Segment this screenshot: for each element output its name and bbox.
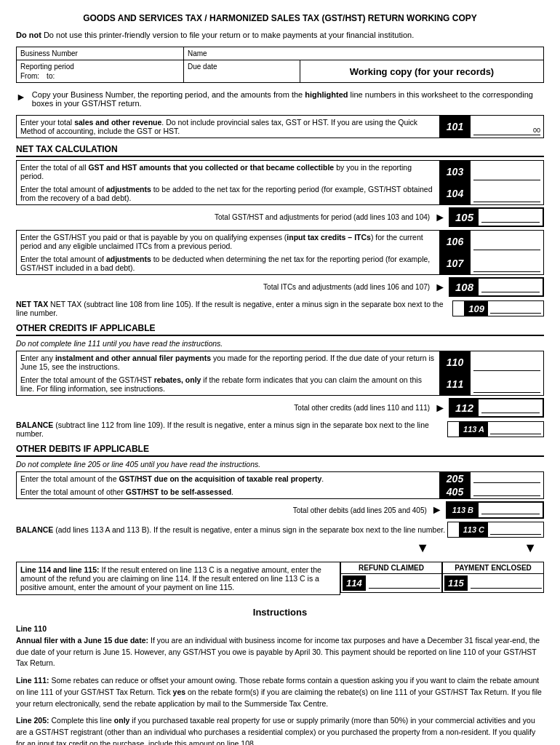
reporting-period-label: Reporting period — [20, 63, 180, 71]
line111-amount[interactable] — [471, 373, 543, 395]
line101-amount[interactable]: 00 — [471, 116, 543, 138]
total112-label: Total other credits (add lines 110 and 1… — [294, 404, 430, 412]
line111-instr-header: Line 111: — [16, 676, 49, 685]
line115-num: 115 — [444, 575, 468, 591]
line109-row: NET TAX NET TAX (subtract line 108 from … — [16, 300, 544, 317]
total108-row: Total ITCs and adjustments (add lines 10… — [16, 277, 544, 297]
line405-num: 405 — [440, 485, 471, 498]
line113a-box: 113 A — [447, 421, 544, 437]
line107-num: 107 — [440, 252, 471, 274]
line101-desc: Enter your total sales and other revenue… — [17, 116, 440, 138]
line113b-box: 113 B — [446, 501, 544, 519]
line112-box: 112 — [449, 398, 544, 418]
line101-row: Enter your total sales and other revenue… — [16, 115, 544, 138]
line113b-amount[interactable] — [481, 506, 540, 514]
line109-sign-box[interactable] — [453, 301, 465, 316]
line114-amount[interactable] — [369, 578, 440, 589]
name-field[interactable]: Name — [184, 47, 543, 60]
total108-label: Total ITCs and adjustments (add lines 10… — [263, 283, 430, 291]
line101-amount-field[interactable]: 00 — [473, 127, 540, 135]
line108-amount[interactable] — [481, 282, 540, 292]
net-tax-header: NET TAX CALCULATION — [16, 144, 544, 157]
line113a-row: BALANCE (subtract line 112 from line 109… — [16, 421, 544, 438]
business-number-label: Business Number — [20, 49, 180, 57]
other-debits-header: OTHER DEBITS IF APPLICABLE — [16, 444, 544, 457]
line113a-sign-box[interactable] — [448, 422, 460, 437]
line105-num: 105 — [450, 209, 479, 226]
bottom-section: Line 114 and line 115: If the result ent… — [16, 562, 544, 595]
line205-desc: Enter the total amount of the GST/HST du… — [17, 472, 440, 485]
line111-row: Enter the total amount of the GST/HST re… — [16, 373, 544, 396]
line113a-num: 113 A — [460, 422, 488, 437]
due-date-field[interactable]: Due date — [184, 60, 300, 82]
line115-amount[interactable] — [471, 578, 542, 589]
line111-amount-field[interactable] — [473, 384, 540, 393]
refund-label: REFUND CLAIMED — [341, 562, 441, 574]
line405-amount[interactable] — [471, 485, 543, 498]
line106-amount-field[interactable] — [473, 242, 540, 250]
line115-entry: 115 — [443, 574, 543, 592]
line113a-amount[interactable] — [490, 424, 541, 434]
line103-amount-field[interactable] — [473, 172, 540, 180]
lines-103-104-container: Enter the total of all GST and HST amoun… — [16, 160, 544, 205]
due-date-label: Due date — [188, 63, 296, 71]
line104-desc: Enter the total amount of adjustments to… — [17, 183, 440, 204]
other-debits-do-not-complete: Do not complete line 205 or line 405 unt… — [16, 460, 544, 469]
line106-amount[interactable] — [471, 231, 543, 252]
line405-row: Enter the total amount of other GST/HST … — [16, 485, 544, 499]
line103-amount[interactable] — [471, 161, 543, 183]
line105-box: 105 — [449, 207, 544, 227]
line105-amount[interactable] — [481, 212, 540, 223]
line110-row: Enter any instalment and other annual fi… — [16, 351, 544, 373]
instructions-content: Line 110 Annual filer with a June 15 due… — [16, 624, 544, 745]
refund-box: REFUND CLAIMED 114 — [340, 562, 442, 593]
line113c-amount[interactable] — [490, 525, 541, 535]
line111-num: 111 — [440, 373, 471, 395]
arrow-down-right: ▼ — [524, 541, 537, 556]
line112-amount[interactable] — [481, 402, 540, 413]
refund-payment-row: REFUND CLAIMED 114 PAYMENT ENCLOSED 115 — [340, 562, 544, 593]
top-fields-row1: Business Number Name — [17, 47, 543, 60]
line113c-row: BALANCE (add lines 113 A and 113 B). If … — [16, 522, 544, 538]
business-number-field[interactable]: Business Number — [17, 47, 184, 60]
reporting-period-sub: From: to: — [20, 72, 180, 80]
line405-amount-field[interactable] — [473, 487, 540, 496]
copy-instruction: ► Copy your Business Number, the reporti… — [16, 90, 544, 108]
total108-arrow: ► — [434, 281, 446, 294]
payment-box: PAYMENT ENCLOSED 115 — [442, 562, 544, 593]
line101-num: 101 — [440, 116, 471, 138]
line103-desc: Enter the total of all GST and HST amoun… — [17, 161, 440, 183]
line109-amount[interactable] — [490, 303, 541, 314]
line109-box: 109 — [452, 300, 544, 316]
line101-container: Enter your total sales and other revenue… — [16, 115, 544, 138]
line107-row: Enter the total amount of adjustments to… — [16, 252, 544, 275]
arrow-right-icon: ► — [16, 91, 26, 103]
line110-desc: Enter any instalment and other annual fi… — [17, 351, 440, 373]
lines-110-111-container: Enter any instalment and other annual fi… — [16, 351, 544, 396]
line110-amount-field[interactable] — [473, 362, 540, 371]
line112-num: 112 — [450, 399, 479, 416]
line107-amount-field[interactable] — [473, 263, 540, 272]
line106-desc: Enter the GST/HST you paid or that is pa… — [17, 231, 440, 252]
line110-amount[interactable] — [471, 351, 543, 373]
payment-label: PAYMENT ENCLOSED — [443, 562, 543, 574]
line104-row: Enter the total amount of adjustments to… — [16, 183, 544, 205]
line205-amount-field[interactable] — [473, 474, 540, 483]
line205-amount[interactable] — [471, 472, 543, 485]
line113c-sign-box[interactable] — [448, 522, 460, 537]
line104-amount[interactable] — [471, 183, 543, 204]
balance-113a-label: BALANCE (subtract line 112 from line 109… — [16, 421, 447, 438]
balance-113c-label: BALANCE (add lines 113 A and 113 B). If … — [16, 525, 447, 534]
total113b-label: Total other debits (add lines 205 and 40… — [293, 506, 427, 514]
total113b-arrow: ► — [431, 503, 443, 517]
reporting-period-field[interactable]: Reporting period From: to: — [17, 60, 184, 82]
to-label: to: — [47, 72, 55, 80]
line104-amount-field[interactable] — [473, 194, 540, 202]
lines-106-107-container: Enter the GST/HST you paid or that is pa… — [16, 230, 544, 275]
total105-row: Total GST/HST and adjustments for period… — [16, 207, 544, 227]
line107-amount[interactable] — [471, 252, 543, 274]
line108-box: 108 — [449, 277, 544, 297]
down-arrows: ▼ ▼ — [16, 541, 544, 556]
line205-instr-header: Line 205: — [16, 716, 49, 725]
top-fields-row2: Reporting period From: to: Due date Work… — [17, 60, 543, 82]
